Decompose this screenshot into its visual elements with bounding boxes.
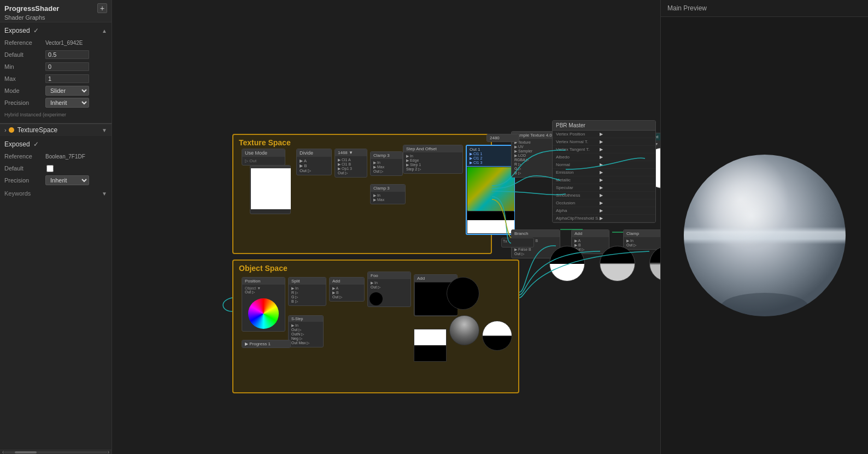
default-label-2: Default	[4, 165, 45, 172]
mode-row: Mode Slider Default	[0, 85, 112, 97]
white-preview-display	[251, 168, 291, 209]
clamp-node-right[interactable]: Clamp ▶ In Out ▷	[623, 229, 664, 250]
exposed-row-2: Exposed ✓	[0, 138, 112, 150]
pbr-row-7: Metallic ▶	[553, 176, 655, 184]
use-mode-node[interactable]: Use Mode ▷ Out	[242, 149, 285, 166]
step-sub-1[interactable]: S-Step ▶ In Out ▷ OutN ▷ Neg ▷ Out Max ▷	[288, 315, 324, 347]
min-input[interactable]	[45, 62, 89, 71]
main-preview-header: Main Preview	[661, 0, 868, 17]
gradient-output-node[interactable]: Out 1 ▶ Cl1 1 ▶ Cl1 2 ▶ Cl1 3	[466, 145, 515, 235]
add-variable-button[interactable]: +	[97, 3, 107, 13]
pbr-row-10: Occlusion ▶	[553, 199, 655, 207]
obj-large-circle-1	[482, 321, 512, 351]
pbr-value-6: ▶	[600, 170, 603, 175]
pbr-value-9: ▶	[600, 193, 603, 198]
step-area-body: ▶ In Out ▷	[368, 279, 410, 291]
clamp-node-right-header: Clamp	[624, 230, 664, 237]
step-and-offset-node[interactable]: Step And Offset ▶ In ▶ Edge ▶ Step 1 Ste…	[403, 145, 463, 174]
scrollbar-thumb[interactable]	[15, 451, 37, 453]
position-header: Position	[242, 278, 285, 285]
reference-row-1: Reference Vector1_6942E	[0, 37, 112, 49]
node-2480-header: 2480	[487, 134, 519, 141]
texture-space-expand-icon[interactable]: ▼	[102, 127, 107, 133]
pbr-label-6: Emission	[556, 170, 600, 175]
texture-space-item[interactable]: › TextureSpace ▼	[0, 123, 112, 136]
default-row-2: Default	[0, 162, 112, 174]
main-graph-area[interactable]: Texture Space Use Mode ▷ Out Divide ▶ A▶…	[112, 0, 868, 454]
node-4[interactable]: Clamp 3 ▶ In ▶ Max Out ▷	[370, 151, 403, 176]
hybrid-label: Hybrid Instanced (experimer	[4, 112, 66, 117]
step-preview-circles	[368, 291, 410, 306]
pbr-label-12: AlphaClipThreshold S.	[556, 216, 600, 221]
keywords-row: Keywords ▼	[0, 188, 112, 198]
node-3-body: ▶ Cl1 A ▶ Cl1 B ▶ Op1 3 Out ▷	[335, 156, 367, 177]
max-row: Max	[0, 73, 112, 85]
white-preview-node[interactable]	[250, 165, 291, 214]
precision-row-1: Precision Inherit Half Single	[0, 97, 112, 109]
texture-space-label: TextureSpace	[17, 126, 57, 134]
position-node[interactable]: Position Object ▼ Out ▷	[242, 277, 285, 332]
obj-sub-nodes: S-Step ▶ In Out ▷ OutN ▷ Neg ▷ Out Max ▷	[288, 315, 324, 347]
pbr-master-header: PBR Master	[553, 121, 655, 131]
pbr-row-8: Specular ▶	[553, 184, 655, 192]
node-4-header: Clamp 3	[371, 152, 402, 159]
exposed-row-1: Exposed ✓ ▲	[0, 25, 112, 37]
reference-row-2: Reference Boolean_7F1DF	[0, 150, 112, 162]
precision-dropdown-2[interactable]: Inherit Half Single	[45, 175, 89, 185]
vector1-properties: Exposed ✓ ▲ Reference Vector1_6942E Defa…	[0, 22, 112, 123]
max-input[interactable]	[45, 74, 89, 83]
split-header: Split	[289, 278, 326, 285]
step-area-header: Foo	[368, 272, 410, 279]
default-row-1: Default	[0, 49, 112, 61]
pbr-row-5: Normal ▶	[553, 161, 655, 169]
sidebar-scrollbar[interactable]: ‹ ›	[0, 450, 112, 454]
add-node-right-header: Add	[572, 230, 609, 237]
pbr-value-3: ▶	[600, 147, 603, 152]
use-mode-header: Use Mode	[242, 149, 285, 157]
keywords-label: Keywords	[4, 190, 31, 197]
node-3[interactable]: 1468 ▼ ▶ Cl1 A ▶ Cl1 B ▶ Op1 3 Out ▷	[335, 149, 367, 178]
add-node-obj[interactable]: Add ▶ A ▶ B Out ▷	[329, 277, 365, 302]
mode-dropdown[interactable]: Slider Default	[45, 86, 89, 96]
progress-node-obj[interactable]: ▶ Progress 1	[242, 340, 291, 348]
precision-row-2: Precision Inherit Half Single	[0, 174, 112, 186]
color-wheel-display	[248, 298, 279, 329]
collapse-btn-1[interactable]: ▲	[102, 28, 107, 34]
pbr-row-11: Alpha ▶	[553, 207, 655, 215]
divide-node[interactable]: Divide ▶ A▶ BOut ▷	[296, 149, 332, 175]
sphere-display	[661, 17, 868, 454]
exposed-check-1: ✓	[33, 27, 39, 34]
pbr-label-11: Alpha	[556, 208, 600, 213]
split-node[interactable]: Split ▶ In R ▷ G ▷ B ▷	[288, 277, 326, 306]
clamp-node-2[interactable]: Clamp 3 ▶ In ▶ Max	[370, 184, 406, 204]
default-checkbox-2[interactable]	[46, 165, 54, 172]
gradient-preview	[467, 167, 514, 211]
scrollbar-track	[4, 451, 107, 453]
node-3-header: 1468 ▼	[335, 149, 367, 156]
obj-circle-gradient	[449, 315, 479, 345]
pbr-row-9: Smoothness ▶	[553, 192, 655, 199]
branch-header: Branch	[512, 230, 560, 237]
scroll-right-icon[interactable]: ›	[108, 449, 109, 454]
default-input-1[interactable]	[45, 50, 89, 59]
add-node-obj-body: ▶ A ▶ B Out ▷	[330, 285, 364, 301]
pbr-value-12: ▶	[600, 216, 603, 221]
sidebar-subtitle: Shader Graphs	[4, 14, 107, 21]
position-body: Object ▼ Out ▷	[242, 285, 285, 296]
half-preview	[467, 211, 514, 233]
obj-circle-black	[447, 277, 479, 310]
texture-space-group: Texture Space Use Mode ▷ Out Divide ▶ A▶…	[232, 134, 492, 254]
step-area-more[interactable]: Foo ▶ In Out ▷	[367, 272, 411, 307]
exposed-check-2: ✓	[33, 140, 39, 148]
pbr-label-9: Smoothness	[556, 193, 600, 198]
mode-label: Mode	[4, 87, 45, 94]
node-2480[interactable]: 2480	[486, 134, 519, 142]
reference-label-1: Reference	[4, 39, 45, 46]
precision-dropdown-1[interactable]: Inherit Half Single	[45, 98, 89, 108]
keywords-dropdown-icon[interactable]: ▼	[102, 191, 107, 197]
texture-space-dot	[9, 127, 14, 133]
reference-value-1: Vector1_6942E	[45, 40, 107, 46]
pbr-master-panel: PBR Master Vertex Position ▶ Vertex Norm…	[552, 120, 656, 223]
texture-space-conn-node[interactable]: Tx	[501, 238, 534, 247]
clamp-node-2-body: ▶ In ▶ Max	[371, 192, 405, 204]
